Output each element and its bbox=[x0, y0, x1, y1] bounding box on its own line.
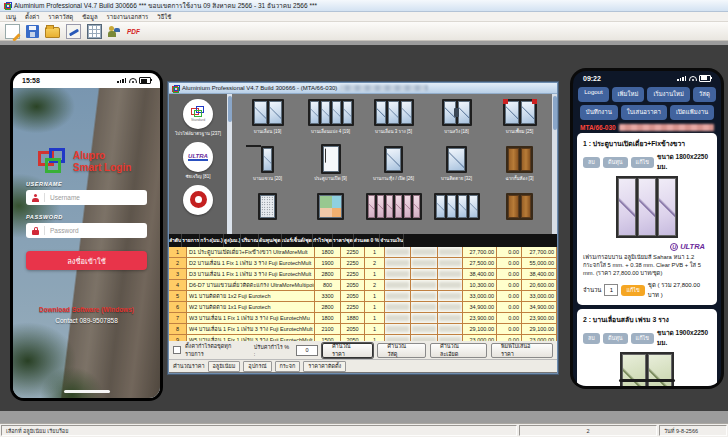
qty-edit-button[interactable]: แก้ไข bbox=[621, 285, 644, 296]
tab-install-price[interactable]: ราคาค่าติดตั้ง bbox=[303, 361, 346, 372]
product-category[interactable]: บานติดตาย [32] bbox=[425, 143, 488, 190]
nav-button[interactable]: วัสดุ bbox=[693, 87, 716, 102]
nav-button[interactable]: เพิ่มใหม่ bbox=[612, 87, 645, 102]
product-category[interactable] bbox=[299, 190, 362, 234]
right-phone-mockup: 09:22 Logoutเพิ่มใหม่เริ่มงานใหม่วัสดุ บ… bbox=[570, 68, 724, 389]
open-folder-icon[interactable] bbox=[45, 27, 60, 38]
edit-button[interactable]: แก้ไข bbox=[631, 157, 654, 168]
product-category[interactable]: บานเลื่อน 3 ราง [5] bbox=[362, 96, 425, 143]
nav-button[interactable]: บันทึกงาน bbox=[580, 105, 618, 120]
signal-icon bbox=[117, 78, 126, 83]
right-phone-time: 09:22 bbox=[583, 75, 601, 82]
nav-button[interactable]: เริ่มงานใหม่ bbox=[647, 87, 689, 102]
item-qty: 2 bbox=[365, 280, 385, 291]
discount: 0.00 bbox=[497, 247, 522, 258]
menu-item[interactable]: ข้อมูล bbox=[82, 12, 97, 22]
menu-item[interactable]: ราคาวัสดุ bbox=[48, 12, 73, 22]
menu-item[interactable]: ตั้งค่า bbox=[25, 12, 39, 22]
login-background-photo: Alupro Smart Login USERNAME Username PAS… bbox=[13, 88, 160, 398]
calc-material-button[interactable]: คำนวณวัสดุ bbox=[377, 343, 426, 358]
product-category[interactable]: บานกระทุ้ง / เปิด [26] bbox=[362, 143, 425, 190]
download-link[interactable]: Download Software (Windows) bbox=[13, 306, 160, 313]
red-profile-logo[interactable] bbox=[183, 185, 213, 215]
nav-button[interactable]: Logout bbox=[578, 87, 608, 102]
profit-checkbox[interactable] bbox=[173, 346, 181, 354]
cost-redacted bbox=[385, 269, 411, 280]
calc-detail-button[interactable]: คำนวณละเอียด bbox=[430, 343, 487, 358]
ultra-brand-logo: U ULTRA bbox=[583, 242, 705, 251]
product-label: บานติดตาย [32] bbox=[441, 177, 472, 182]
amount: 55,000.00 bbox=[522, 258, 557, 269]
grid-scrollbar[interactable] bbox=[552, 94, 557, 234]
menu-item[interactable]: วิธีใช้ bbox=[157, 12, 171, 22]
tab-glass[interactable]: กระจก bbox=[275, 361, 301, 372]
signin-button[interactable]: ลงชื่อเข้าใช้ bbox=[26, 251, 147, 270]
product-category[interactable]: บานสวิง [18] bbox=[425, 96, 488, 143]
discount: 0.00 bbox=[497, 324, 522, 335]
product-category[interactable] bbox=[236, 190, 299, 234]
table-row[interactable]: 4 D6-D7 บานแขวนเดี่ยวติดตะแกรง UltraMore… bbox=[169, 280, 557, 291]
product-category[interactable] bbox=[425, 190, 488, 234]
signal-icon bbox=[677, 76, 686, 81]
table-row[interactable]: 6 W2 บานติดตาย 1x1 Fuji Eurotech 2800 22… bbox=[169, 302, 557, 313]
tab-aluminium[interactable]: อลูมิเนียม bbox=[208, 361, 241, 372]
product-category[interactable]: ฉากกั้นห้อง [3] bbox=[488, 143, 551, 190]
product-label: บานกระทุ้ง / เปิด [26] bbox=[373, 177, 414, 182]
product-label: บานเฟี้ยม [25] bbox=[506, 130, 534, 135]
users-icon[interactable] bbox=[108, 25, 121, 38]
product-category[interactable] bbox=[362, 190, 425, 234]
item-width: 2800 bbox=[315, 302, 341, 313]
product-category[interactable]: บานเลื่อนแบ่ง 4 [19] bbox=[299, 96, 362, 143]
cost-button[interactable]: ต้นทุน bbox=[603, 333, 628, 344]
delete-button[interactable]: ลบ bbox=[583, 157, 600, 168]
pdf-export-icon[interactable]: PDF bbox=[127, 25, 140, 38]
profit-redacted bbox=[438, 313, 463, 324]
product-thumbnail bbox=[308, 99, 354, 126]
delete-button[interactable]: ลบ bbox=[583, 333, 600, 344]
row-number: 1 bbox=[169, 247, 187, 258]
product-category[interactable]: บานเลื่อน [19] bbox=[236, 96, 299, 143]
new-document-icon[interactable] bbox=[5, 24, 20, 39]
product-category[interactable]: ประตูบานเปิด [9] bbox=[299, 143, 362, 190]
save-icon[interactable] bbox=[26, 25, 39, 38]
right-phone-statusbar: 09:22 bbox=[573, 71, 721, 85]
item-qty: 2 bbox=[365, 258, 385, 269]
print-quotation-button[interactable]: พิมพ์ใบเสนอราคา bbox=[491, 343, 553, 358]
adjust-profit-input[interactable]: 0 bbox=[296, 345, 318, 356]
ultra-profile-logo[interactable]: ULTRA bbox=[183, 142, 213, 172]
table-row[interactable]: 5 W1 บานติดตาย 1x2 Fuji Eurotech 3300 20… bbox=[169, 291, 557, 302]
qty-input[interactable]: 1 bbox=[604, 284, 618, 296]
cost-button[interactable]: ต้นทุน bbox=[603, 157, 628, 168]
percent-redacted bbox=[411, 247, 438, 258]
menu-item[interactable]: รายงาน/เอกสาร bbox=[107, 12, 149, 22]
nav-button[interactable]: ใบเสนอราคา bbox=[621, 105, 667, 120]
calc-price-button[interactable]: คำนวณราคา bbox=[322, 343, 373, 358]
menu-item[interactable]: เมนู bbox=[6, 12, 16, 22]
profit-redacted bbox=[438, 324, 463, 335]
item-qty: 1 bbox=[365, 269, 385, 280]
product-label: ฉากกั้นห้อง [3] bbox=[505, 177, 533, 182]
nav-button[interactable]: เปิดแฟ้มงาน bbox=[670, 105, 714, 120]
tab-hardware[interactable]: อุปกรณ์ bbox=[243, 361, 271, 372]
product-label: บานเลื่อน 3 ราง [5] bbox=[375, 130, 412, 135]
edit-sign-icon[interactable] bbox=[66, 24, 81, 39]
row-number: 7 bbox=[169, 313, 187, 324]
table-row[interactable]: 1 D1 ประตูบานเปิดเดี่ยว+Fixข้างขวา Ultra… bbox=[169, 247, 557, 258]
table-row[interactable]: 7 W3 บานเลื่อน 1 Fix 1 เฟรม 3 ราง Fuji E… bbox=[169, 313, 557, 324]
edit-button[interactable]: แก้ไข bbox=[631, 333, 654, 344]
ultra-profile-label: ชัยเจริญ [81] bbox=[186, 175, 211, 180]
password-input[interactable]: Password bbox=[26, 223, 147, 238]
product-label: บานสวิง [18] bbox=[444, 130, 469, 135]
product-category[interactable]: บานแขวน [20] bbox=[236, 143, 299, 190]
product-thumbnail bbox=[374, 99, 414, 126]
product-category[interactable] bbox=[488, 190, 551, 234]
username-input[interactable]: Username bbox=[26, 190, 147, 205]
table-row[interactable]: 8 W4 บานเลื่อน 1 Fix 1 เฟรม 3 ราง Fuji E… bbox=[169, 324, 557, 335]
table-row[interactable]: 3 D3 บานเลื่อน 1 Fix 1 เฟรม 3 ราง Fuji E… bbox=[169, 269, 557, 280]
amount: 38,400.00 bbox=[522, 269, 557, 280]
table-header: ลำดับรายการกว้าง(มม.)สูง(มม.)ปริมาณต้นทุ… bbox=[169, 234, 557, 247]
table-row[interactable]: 2 D2 บานเลื่อน 1 Fix 1 เฟรม 3 ราง Fuji E… bbox=[169, 258, 557, 269]
standard-profile-logo[interactable]: Standard bbox=[183, 99, 213, 129]
table-icon[interactable] bbox=[87, 24, 102, 39]
product-category[interactable]: บานเฟี้ยม [25] bbox=[488, 96, 551, 143]
